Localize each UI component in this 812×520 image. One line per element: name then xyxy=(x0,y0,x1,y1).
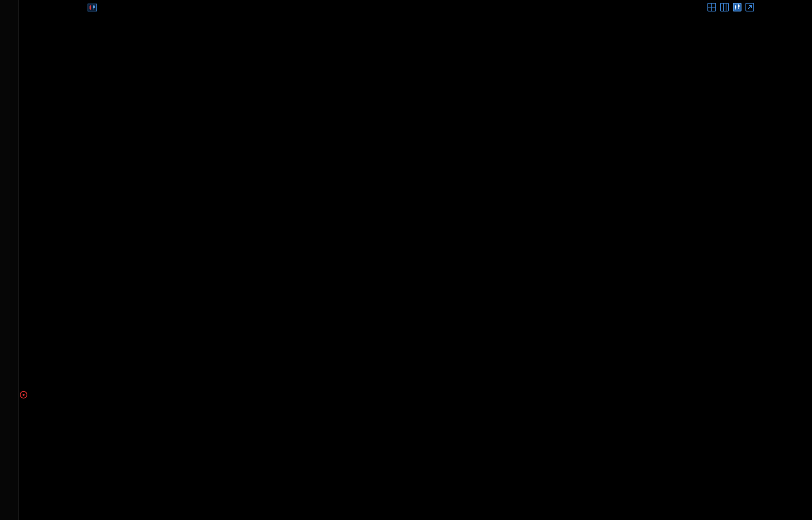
red-target-dot xyxy=(23,394,25,396)
layout-grid-icon[interactable] xyxy=(707,2,717,12)
red-target-icon[interactable] xyxy=(20,391,27,399)
sidebar xyxy=(0,0,19,520)
candlestick-mini-icon[interactable] xyxy=(88,4,97,11)
chart-app xyxy=(0,0,812,520)
chart-toolbar xyxy=(707,2,755,12)
layout-columns-icon[interactable] xyxy=(719,2,730,12)
new-window-icon[interactable] xyxy=(745,2,755,12)
chart-header xyxy=(74,2,128,13)
chart-canvas xyxy=(0,0,812,520)
candlestick-view-icon[interactable] xyxy=(732,2,742,12)
